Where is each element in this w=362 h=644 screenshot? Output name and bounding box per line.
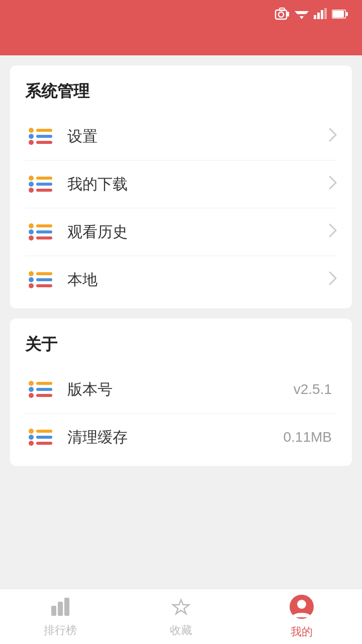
main-content: 系统管理 设置 我的下载 [0,55,362,589]
svg-point-26 [29,223,34,228]
svg-rect-3 [287,12,289,17]
svg-point-46 [29,441,34,446]
nav-icon-favorites [170,596,192,620]
chevron-icon-downloads [329,176,337,193]
svg-rect-36 [36,278,52,281]
svg-rect-7 [314,15,316,19]
svg-rect-13 [346,12,348,16]
menu-label-cache: 清理缓存 [67,427,284,448]
svg-rect-35 [36,272,52,275]
svg-rect-23 [36,177,52,180]
page-header [0,30,362,55]
svg-rect-9 [321,10,323,19]
nav-item-ranking[interactable]: 排行榜 [0,596,121,638]
svg-point-22 [29,188,34,193]
wifi-icon [295,8,309,22]
svg-point-2 [279,12,284,17]
menu-item-downloads[interactable]: 我的下载 [25,160,337,208]
menu-icon-local [25,267,55,292]
menu-icon-history [25,219,55,245]
svg-point-28 [29,235,34,240]
svg-rect-43 [36,394,52,397]
nav-label-mine: 我的 [291,624,313,639]
bottom-navigation: 排行榜 收藏 我的 [0,589,362,644]
svg-rect-24 [36,183,52,186]
svg-point-34 [29,283,34,288]
menu-icon-downloads [25,172,55,197]
card-system: 系统管理 设置 我的下载 [10,65,352,308]
nav-icon-mine [289,594,314,621]
svg-point-33 [29,277,34,282]
menu-item-cache[interactable]: 清理缓存0.11MB [25,414,337,461]
menu-label-local: 本地 [67,270,329,290]
svg-rect-41 [36,382,52,385]
svg-point-27 [29,229,34,234]
svg-point-45 [29,435,34,440]
card-about: 关于 版本号v2.5.1 清理缓存0.1 [10,318,352,466]
menu-label-version: 版本号 [67,379,294,400]
svg-rect-0 [276,10,287,19]
menu-icon-version [25,377,55,402]
chevron-icon-settings [329,128,337,145]
menu-item-version[interactable]: 版本号v2.5.1 [25,366,337,414]
svg-point-54 [297,600,306,609]
nav-label-ranking: 排行榜 [44,623,77,638]
signal-icon [314,8,327,22]
svg-rect-31 [36,236,52,239]
menu-item-history[interactable]: 观看历史 [25,208,337,256]
svg-marker-6 [300,16,304,19]
menu-label-settings: 设置 [67,126,329,147]
camera-status-icon [275,7,290,23]
menu-value-cache: 0.11MB [284,429,332,445]
svg-rect-1 [280,8,285,11]
svg-point-20 [29,176,34,181]
svg-point-38 [29,381,34,386]
menu-label-downloads: 我的下载 [67,174,329,195]
svg-point-16 [29,140,34,145]
svg-rect-47 [36,430,52,433]
svg-point-44 [29,429,34,434]
svg-point-40 [29,393,34,398]
menu-label-history: 观看历史 [67,222,329,243]
svg-rect-8 [317,13,320,19]
chevron-icon-history [329,223,337,241]
menu-value-version: v2.5.1 [294,381,332,397]
svg-point-14 [29,128,34,133]
svg-rect-29 [36,224,52,227]
svg-point-21 [29,182,34,187]
svg-rect-42 [36,388,52,391]
section-title-system: 系统管理 [25,80,337,103]
menu-item-local[interactable]: 本地 [25,256,337,303]
svg-rect-18 [36,135,52,138]
svg-rect-12 [333,11,344,18]
svg-rect-17 [36,129,52,132]
section-title-about: 关于 [25,334,337,356]
menu-icon-cache [25,425,55,450]
menu-item-settings[interactable]: 设置 [25,113,337,160]
svg-rect-49 [36,442,52,445]
svg-rect-48 [36,436,52,439]
status-bar [0,0,362,30]
status-icons [275,7,348,23]
svg-rect-51 [58,602,63,616]
svg-rect-52 [64,598,69,616]
svg-rect-30 [36,230,52,233]
nav-icon-ranking [49,596,71,620]
nav-item-mine[interactable]: 我的 [241,594,362,639]
svg-rect-50 [51,606,56,616]
svg-point-39 [29,387,34,392]
menu-icon-settings [25,124,55,149]
battery-icon [332,9,348,22]
svg-rect-19 [36,141,52,144]
chevron-icon-local [329,271,337,289]
nav-item-favorites[interactable]: 收藏 [121,596,241,638]
svg-point-15 [29,134,34,139]
nav-label-favorites: 收藏 [170,623,192,638]
svg-point-32 [29,271,34,276]
svg-rect-10 [324,8,327,19]
svg-rect-37 [36,284,52,287]
svg-rect-25 [36,189,52,192]
